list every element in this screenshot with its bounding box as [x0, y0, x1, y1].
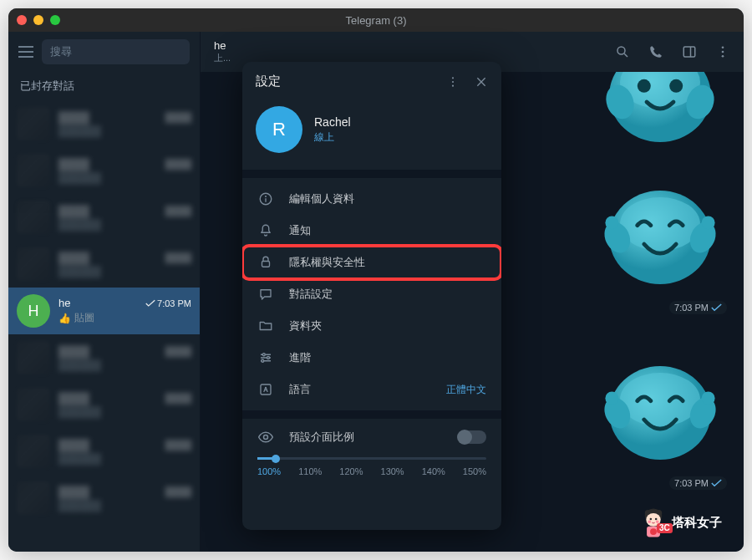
list-item[interactable]: ██████████████: [8, 475, 200, 522]
svg-point-0: [617, 47, 625, 54]
scale-option[interactable]: 150%: [463, 466, 486, 476]
blob-sticker-icon: [593, 164, 727, 298]
menu-item-label: 資料夾: [289, 318, 322, 333]
list-item[interactable]: ██████████████: [8, 100, 200, 147]
svg-point-4: [722, 55, 724, 58]
svg-point-29: [262, 354, 265, 356]
svg-point-40: [648, 520, 651, 522]
search-input[interactable]: 搜尋: [42, 39, 190, 64]
scale-toggle[interactable]: [458, 430, 486, 444]
blob-sticker-icon: [593, 339, 727, 473]
scale-option[interactable]: 110%: [298, 466, 322, 476]
chat-preview: 貼圖: [74, 311, 94, 325]
list-item[interactable]: ██████████████: [8, 241, 200, 288]
list-item[interactable]: ██████████████: [8, 194, 200, 241]
menu-item-privacy-security[interactable]: 隱私權與安全性: [242, 247, 501, 278]
panel-header: 設定: [242, 62, 501, 98]
svg-point-8: [669, 79, 683, 93]
divider: [242, 410, 501, 419]
profile-name: Rachel: [314, 115, 351, 129]
scale-labels: 100% 110% 120% 130% 140% 150%: [257, 466, 486, 476]
list-item[interactable]: ██████████████: [8, 147, 200, 194]
chat-list-item-active[interactable]: H he 7:03 PM 👍 貼圖: [8, 288, 200, 334]
panel-title: 設定: [256, 74, 281, 89]
scale-label: 預設介面比例: [289, 430, 354, 445]
more-icon[interactable]: [715, 44, 730, 59]
svg-point-22: [702, 391, 715, 405]
minimize-window-button[interactable]: [33, 15, 43, 25]
svg-point-23: [452, 77, 454, 79]
check-icon: [711, 303, 722, 312]
list-item[interactable]: ██████████████: [8, 428, 200, 475]
blob-sticker-icon: [593, 72, 727, 155]
chat-time: 7:03 PM: [145, 298, 191, 308]
menu-item-folders[interactable]: 資料夾: [242, 310, 501, 342]
menu-icon[interactable]: [18, 46, 33, 58]
maximize-window-button[interactable]: [50, 15, 60, 25]
chat-header-status: 上...: [214, 52, 231, 64]
check-icon: [145, 299, 155, 308]
scale-row: 預設介面比例: [257, 429, 486, 445]
scale-option[interactable]: 100%: [257, 466, 281, 476]
app-window: Telegram (3) 搜尋 已封存對話 ██████████████ ███…: [8, 8, 744, 552]
archived-chats-label[interactable]: 已封存對話: [8, 72, 200, 100]
svg-point-3: [722, 51, 724, 53]
lock-icon: [257, 255, 274, 270]
message-sticker: 7:03 PM: [593, 339, 727, 490]
menu-item-value: 正體中文: [446, 383, 486, 397]
settings-menu: 編輯個人資料 通知 隱私權與安全性 對話設定 資料夾 進階: [242, 178, 501, 410]
svg-point-7: [638, 79, 651, 93]
chat-header-actions: [615, 44, 730, 59]
search-placeholder: 搜尋: [50, 44, 72, 59]
folder-icon: [257, 318, 274, 333]
svg-point-12: [620, 197, 700, 251]
divider: [242, 170, 501, 178]
chat-list: ██████████████ ██████████████ ██████████…: [8, 100, 200, 552]
more-icon[interactable]: [446, 75, 460, 89]
scale-slider[interactable]: [257, 457, 486, 460]
avatar: H: [17, 294, 50, 328]
close-icon[interactable]: [475, 75, 488, 89]
list-item[interactable]: ██████████████: [8, 334, 200, 381]
chat-icon: [257, 287, 274, 302]
scale-option[interactable]: 140%: [422, 466, 445, 476]
mascot-icon: [640, 507, 667, 538]
menu-item-chat-settings[interactable]: 對話設定: [242, 278, 501, 310]
info-icon: [257, 191, 274, 206]
menu-item-language[interactable]: 語言 正體中文: [242, 374, 501, 405]
search-icon[interactable]: [615, 44, 630, 59]
menu-item-label: 進階: [289, 350, 311, 365]
menu-item-edit-profile[interactable]: 編輯個人資料: [242, 183, 501, 215]
close-window-button[interactable]: [17, 15, 27, 25]
bell-icon: [257, 223, 274, 238]
traffic-lights: [17, 15, 60, 25]
menu-item-notifications[interactable]: 通知: [242, 215, 501, 247]
svg-point-24: [452, 80, 454, 82]
avatar: R: [256, 106, 302, 153]
phone-icon[interactable]: [648, 44, 663, 59]
scale-option[interactable]: 120%: [339, 466, 363, 476]
chat-header-name: he: [214, 39, 231, 52]
svg-point-31: [262, 359, 264, 362]
svg-point-18: [620, 373, 700, 426]
menu-item-label: 對話設定: [289, 287, 333, 302]
watermark: 塔科女子 3C: [640, 507, 722, 538]
settings-panel: 設定 R Rachel 線上 編輯個人資料 通知: [242, 62, 501, 530]
menu-item-advanced[interactable]: 進階: [242, 342, 501, 374]
svg-point-43: [650, 528, 657, 535]
svg-point-15: [605, 216, 618, 229]
scale-option[interactable]: 130%: [381, 466, 404, 476]
sidebar: 搜尋 已封存對話 ██████████████ ██████████████ █…: [8, 32, 201, 552]
titlebar: Telegram (3): [8, 8, 744, 32]
svg-point-27: [265, 196, 267, 197]
message-sticker: [593, 72, 727, 155]
menu-item-label: 編輯個人資料: [289, 191, 354, 206]
list-item[interactable]: ██████████████: [8, 381, 200, 428]
window-title: Telegram (3): [346, 14, 407, 27]
menu-item-label: 語言: [289, 382, 311, 397]
sidebar-toggle-icon[interactable]: [682, 44, 697, 59]
slider-thumb-icon[interactable]: [272, 455, 280, 463]
sidebar-topbar: 搜尋: [8, 32, 200, 72]
scale-section: 預設介面比例 100% 110% 120% 130% 140% 150%: [242, 419, 501, 476]
profile-block[interactable]: R Rachel 線上: [242, 98, 501, 170]
